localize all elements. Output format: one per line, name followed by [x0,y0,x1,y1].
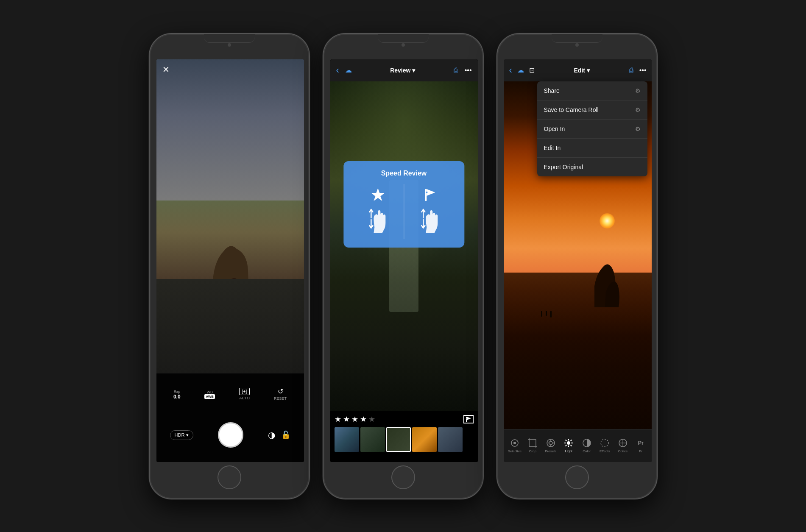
flag-button[interactable] [463,415,474,423]
open-in-gear-icon[interactable]: ⚙ [635,125,641,132]
toolbar-item-effects[interactable]: Effects [596,438,613,453]
menu-item-open-in[interactable]: Open In ⚙ [537,120,647,139]
selective-label: Selective [508,449,522,453]
svg-point-8 [513,442,516,444]
people-silhouettes [541,311,552,318]
home-button-3[interactable] [565,465,589,489]
edit-title: Edit [574,67,585,74]
exp-label: Exp [173,390,180,394]
camera-screen: ✕ Exp 0.0 WB AWB [+] AUTO [156,59,304,462]
edit-dropdown-menu[interactable]: Share ⚙ Save to Camera Roll ⚙ Open In ⚙ … [537,81,647,176]
presets-label: Presets [545,449,556,453]
edit-screen: ‹ ☁ ⊡ Edit ▾ ⎙ ••• Share ⚙ [504,59,652,462]
effects-icon [600,438,609,448]
star-5[interactable]: ★ [368,415,375,424]
toolbar-item-pr[interactable]: Pr Pr [632,438,649,453]
film-thumb-2[interactable] [360,427,385,452]
star-4[interactable]: ★ [360,415,367,424]
speed-review-body [352,184,456,239]
home-button-1[interactable] [218,465,241,489]
hdr-chevron: ▾ [186,432,189,438]
color-label: Color [583,449,591,453]
review-header-right: ⎙ ••• [454,67,472,74]
edit-header-center: Edit ▾ [574,67,590,74]
svg-marker-0 [371,188,385,201]
toolbar-item-presets[interactable]: Presets [542,438,559,453]
share-button[interactable]: ⎙ [454,67,458,74]
hand-up-down-icon-right [417,206,443,236]
edit-share-button[interactable]: ⎙ [629,67,633,74]
menu-item-share[interactable]: Share ⚙ [537,81,647,100]
sunset-rock [588,256,622,307]
svg-point-30 [601,439,608,447]
exp-control[interactable]: Exp 0.0 [173,389,181,400]
more-button[interactable]: ••• [465,67,472,74]
film-thumb-4[interactable] [412,427,437,452]
hand-up-down-icon [365,206,390,236]
hdr-button[interactable]: HDR ▾ [170,430,194,440]
svg-point-15 [549,441,552,445]
star-3[interactable]: ★ [351,415,358,424]
camera-sky [156,59,304,201]
save-gear-icon[interactable]: ⚙ [635,106,641,113]
speed-review-right [404,184,456,239]
optics-label: Optics [618,449,628,453]
toolbar-item-light[interactable]: Light [560,438,577,453]
share-label: Share [544,87,560,94]
camera-viewfinder: ✕ [156,59,304,373]
swipe-up-gesture-right [417,206,443,236]
star-2[interactable]: ★ [343,415,350,424]
film-thumb-1[interactable] [335,427,359,452]
flag-icon [422,187,438,203]
exp-value: 0.0 [173,394,181,400]
film-thumb-5[interactable] [438,427,463,452]
menu-item-edit-in[interactable]: Edit In [537,139,647,158]
edit-chevron[interactable]: ▾ [587,67,590,74]
edit-back-button[interactable]: ‹ [509,65,512,76]
camera-dot-3 [575,43,579,47]
bracket-control[interactable]: [+] AUTO [239,388,250,400]
menu-item-save-camera-roll[interactable]: Save to Camera Roll ⚙ [537,100,647,120]
cloud-button[interactable]: ☁ [345,66,352,74]
star-1[interactable]: ★ [335,415,341,424]
home-button-2[interactable] [391,465,415,489]
camera-controls-bar: Exp 0.0 WB AWB [+] AUTO ↺ RESET [156,373,304,462]
toolbar-item-crop[interactable]: Crop [524,438,541,453]
effects-label: Effects [600,449,610,453]
phone-2-review: ‹ ☁ Review ▾ ⎙ ••• [323,33,484,499]
color-icon [582,438,591,448]
review-title: Review [390,67,410,74]
lock-icon[interactable]: 🔓 [281,430,290,440]
phone-1-camera: ✕ Exp 0.0 WB AWB [+] AUTO [149,33,310,499]
filmstrip-area: ★ ★ ★ ★ ★ [330,411,478,462]
toolbar-item-color[interactable]: Color [578,438,595,453]
speed-review-overlay: Speed Review [343,161,464,248]
review-header: ‹ ☁ Review ▾ ⎙ ••• [330,59,478,81]
add-control: [+] [239,388,250,395]
share-gear-icon[interactable]: ⚙ [635,87,641,94]
edit-more-button[interactable]: ••• [639,67,647,74]
film-thumb-3-selected[interactable] [386,427,411,452]
tone-icon[interactable]: ◑ [268,430,275,440]
review-chevron[interactable]: ▾ [412,67,415,74]
wb-control[interactable]: WB AWB [204,389,215,399]
crop-icon [528,438,537,448]
optics-icon [618,438,628,448]
camera-close-button[interactable]: ✕ [162,64,170,75]
shutter-button[interactable] [218,422,243,448]
edit-toolbar: Selective Crop [504,429,652,462]
camera-bottom-row: HDR ▾ ◑ 🔓 [162,422,299,448]
reset-label: RESET [274,396,287,401]
edit-in-label: Edit In [544,145,561,151]
edit-cloud-button[interactable]: ☁ [517,66,524,74]
svg-rect-3 [426,192,427,193]
compare-button[interactable]: ⊡ [529,66,535,74]
toolbar-item-selective[interactable]: Selective [506,438,523,453]
back-button[interactable]: ‹ [336,65,339,76]
menu-item-export-original[interactable]: Export Original [537,158,647,176]
reset-control[interactable]: ↺ RESET [274,387,287,401]
crop-label: Crop [529,449,536,453]
svg-rect-4 [466,417,467,422]
toolbar-item-optics[interactable]: Optics [614,438,631,453]
phone-1-screen: ✕ Exp 0.0 WB AWB [+] AUTO [156,59,304,462]
